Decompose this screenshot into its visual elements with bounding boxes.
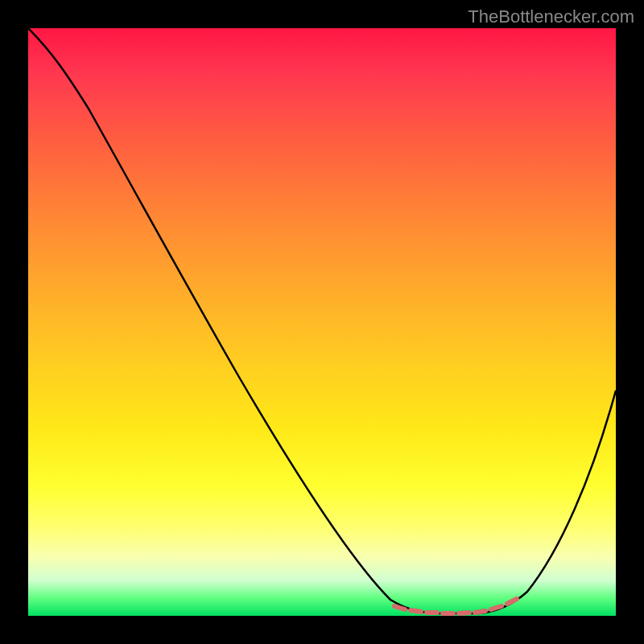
svg-line-4 [459,613,469,613]
svg-line-7 [507,599,517,604]
bottleneck-curve-path [28,28,616,613]
svg-line-0 [394,606,405,609]
optimal-zone-dashes [394,599,517,613]
svg-line-5 [475,611,485,613]
curve-overlay [28,28,616,616]
svg-line-6 [491,606,502,609]
svg-line-1 [411,610,421,612]
chart-area [28,28,616,616]
watermark-text: TheBottlenecker.com [468,6,634,27]
